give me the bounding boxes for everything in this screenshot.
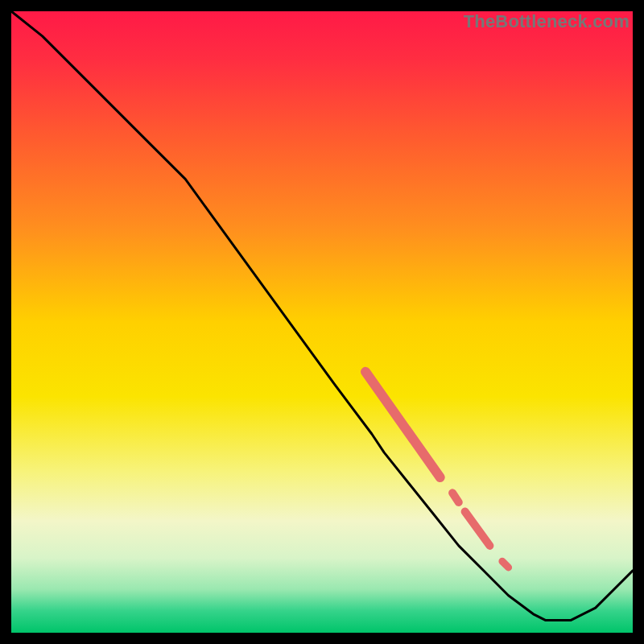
marker-dot-mid (452, 493, 459, 502)
chart-background (11, 11, 633, 633)
chart-frame: TheBottleneck.com (11, 11, 633, 633)
chart-svg (11, 11, 633, 633)
watermark-text: TheBottleneck.com (464, 11, 630, 32)
marker-dot-bottom (502, 561, 509, 568)
